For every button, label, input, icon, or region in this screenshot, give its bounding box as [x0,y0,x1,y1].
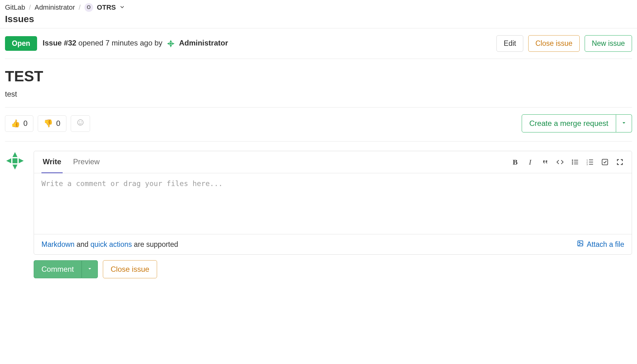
svg-rect-18 [574,164,578,164]
svg-rect-4 [170,43,172,45]
svg-marker-9 [6,158,11,163]
thumbs-down-button[interactable]: 👎 0 [38,115,66,132]
svg-rect-12 [12,158,17,163]
svg-rect-24 [589,164,593,165]
breadcrumb: GitLab / Administrator / O OTRS [5,0,632,13]
page-title: Issues [5,13,632,28]
svg-marker-10 [19,158,24,163]
svg-rect-26 [578,241,583,246]
thumbs-up-icon: 👍 [11,119,20,128]
svg-marker-11 [12,165,17,170]
breadcrumb-group[interactable]: Administrator [35,3,75,12]
comment-dropdown[interactable] [82,260,98,278]
comment-button[interactable]: Comment [34,260,82,278]
issue-title: TEST [5,59,632,90]
italic-icon[interactable]: I [526,158,534,166]
svg-rect-16 [574,162,578,162]
numbered-list-icon[interactable]: 123 [586,158,594,166]
merge-request-dropdown[interactable] [616,114,632,132]
edit-button[interactable]: Edit [496,35,523,52]
comment-box: Write Preview B I 123 [34,151,632,255]
svg-marker-2 [172,42,175,45]
issue-author[interactable]: Administrator [179,39,228,47]
quick-actions-link[interactable]: quick actions [90,240,132,248]
breadcrumb-project[interactable]: OTRS [97,3,116,12]
svg-text:2: 2 [587,161,588,163]
bullet-list-icon[interactable] [571,158,579,166]
smiley-icon [77,119,84,128]
bold-icon[interactable]: B [511,158,520,166]
breadcrumb-separator: / [29,3,31,12]
create-merge-request-button[interactable]: Create a merge request [522,114,616,132]
issue-description: test [5,90,632,107]
thumbs-down-icon: 👎 [44,119,53,128]
svg-text:1: 1 [587,159,588,161]
new-issue-button[interactable]: New issue [585,35,632,52]
svg-marker-0 [170,40,172,42]
svg-point-5 [78,120,83,125]
project-avatar: O [84,3,93,12]
comment-help-text: Markdown and quick actions are supported [41,240,178,249]
current-user-avatar [5,151,25,172]
svg-point-6 [79,122,79,122]
tab-preview[interactable]: Preview [72,151,101,173]
svg-marker-8 [12,152,17,157]
comment-input[interactable] [34,173,632,232]
author-avatar[interactable] [166,39,176,49]
svg-rect-25 [602,159,608,165]
svg-point-17 [572,163,573,165]
task-list-icon[interactable] [601,158,609,166]
svg-point-15 [572,161,573,163]
issue-opened-text: opened 7 minutes ago by [79,39,163,47]
fullscreen-icon[interactable] [615,158,624,166]
tab-write[interactable]: Write [41,151,63,173]
svg-rect-14 [574,160,578,160]
close-issue-button-bottom[interactable]: Close issue [103,260,157,278]
issue-meta: Issue #32 opened 7 minutes ago by Admini… [43,39,228,49]
svg-rect-20 [589,160,593,160]
thumbs-up-button[interactable]: 👍 0 [5,115,33,132]
issue-ref: Issue #32 [43,39,76,47]
close-issue-button[interactable]: Close issue [528,35,580,52]
svg-rect-22 [589,162,593,162]
add-reaction-button[interactable] [71,115,90,132]
thumbs-down-count: 0 [56,119,60,128]
svg-point-13 [572,160,573,161]
image-icon [577,240,584,249]
thumbs-up-count: 0 [23,119,27,128]
quote-icon[interactable] [541,158,549,166]
breadcrumb-separator: / [79,3,81,12]
breadcrumb-root[interactable]: GitLab [5,3,25,12]
svg-marker-3 [170,45,172,47]
editor-toolbar: B I 123 [511,158,624,166]
svg-point-27 [579,242,580,243]
svg-point-7 [81,122,81,122]
chevron-down-icon[interactable] [120,4,125,11]
markdown-link[interactable]: Markdown [41,240,74,248]
svg-marker-1 [167,42,170,45]
code-icon[interactable] [556,158,564,166]
status-badge: Open [5,36,37,51]
svg-text:3: 3 [587,163,588,165]
attach-file-button[interactable]: Attach a file [577,240,624,249]
attach-file-label: Attach a file [587,240,624,249]
